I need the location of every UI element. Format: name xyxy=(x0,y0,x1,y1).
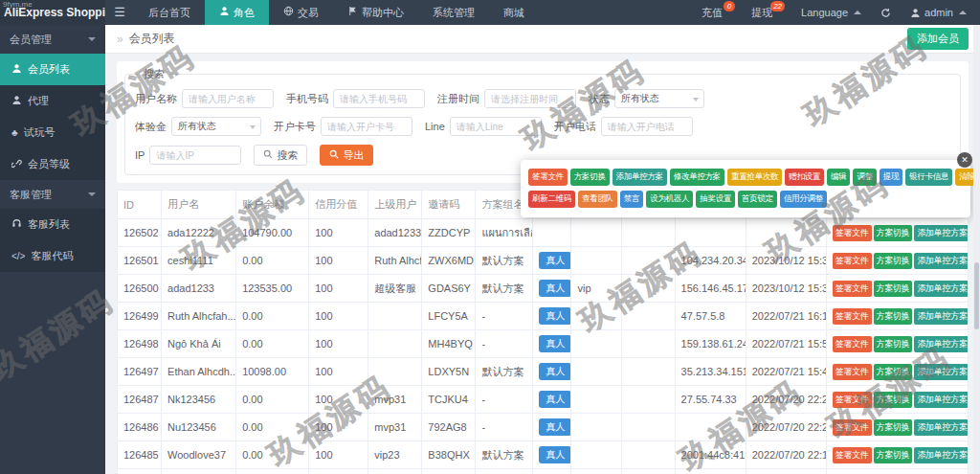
cell-check xyxy=(621,441,675,469)
popup-action-button[interactable]: 刷新二维码 xyxy=(528,191,575,208)
cell-plan: 默认方案 xyxy=(476,275,533,303)
search-field: 开户卡号 xyxy=(274,117,412,136)
row-op-button[interactable]: 添加单控方案 xyxy=(914,225,968,241)
cell-check xyxy=(621,386,675,414)
popup-action-button[interactable]: 信用分调整 xyxy=(780,191,827,208)
refresh-button[interactable] xyxy=(880,8,891,18)
popup-action-button[interactable]: 提现 xyxy=(880,169,902,186)
sidebar-item[interactable]: 会员列表 xyxy=(0,54,105,85)
row-op-button[interactable]: 方案切换 xyxy=(874,253,913,269)
row-op-button[interactable]: 方案切换 xyxy=(874,419,913,436)
sidebar-group-header[interactable]: 客服管理 xyxy=(0,180,105,209)
sidebar-item[interactable]: 会员等级 xyxy=(0,148,105,180)
search-input[interactable] xyxy=(321,117,412,136)
popup-action-button[interactable]: 调整 xyxy=(853,169,876,186)
cell-invite: LDXY5N xyxy=(422,358,476,386)
withdraw-link[interactable]: 提现 22 xyxy=(751,6,772,20)
scrollbar-thumb[interactable] xyxy=(974,262,979,329)
row-op-button[interactable]: 方案切换 xyxy=(874,364,913,380)
top-menu-item[interactable]: 商城 xyxy=(489,0,539,25)
sidebar-item[interactable]: ♣试玩号 xyxy=(0,117,105,148)
top-menu-item[interactable]: 系统管理 xyxy=(418,0,489,25)
row-op-button[interactable]: 添加单控方案 xyxy=(914,253,968,269)
cell-username: adad1233 xyxy=(162,275,236,303)
top-menu: 后台首页角色交易帮助中心系统管理商城 xyxy=(134,0,539,25)
search-select[interactable]: 所有状态 xyxy=(614,89,704,108)
close-icon[interactable]: ✕ xyxy=(957,152,972,168)
top-menu-item[interactable]: 帮助中心 xyxy=(333,0,418,25)
row-op-button[interactable]: 添加单控方案 xyxy=(914,364,968,380)
search-button[interactable]: 搜索 xyxy=(254,145,307,166)
popup-action-button[interactable]: 银行卡信息 xyxy=(905,169,952,186)
row-op-button[interactable]: 添加单控方案 xyxy=(914,281,968,297)
language-menu[interactable]: Language xyxy=(801,7,861,18)
user-menu[interactable]: admin xyxy=(910,7,967,18)
recharge-link[interactable]: 充值 0 xyxy=(702,6,723,20)
row-op-button[interactable]: 添加单控方案 xyxy=(914,447,968,463)
row-op-button[interactable]: 方案切换 xyxy=(874,336,913,352)
code-icon: </> xyxy=(11,251,25,261)
row-op-button[interactable]: 方案切换 xyxy=(874,308,913,325)
cell-status: 真人 xyxy=(533,275,571,303)
row-op-button[interactable]: 方案切换 xyxy=(874,225,913,241)
popup-action-button[interactable]: 方案切换 xyxy=(570,169,610,186)
row-op-button[interactable]: 签署文件 xyxy=(833,336,872,352)
popup-action-button[interactable]: 设为机器人 xyxy=(646,191,693,208)
popup-action-button[interactable]: 抽奖设置 xyxy=(696,191,735,208)
sidebar-group-header[interactable]: 会员管理 xyxy=(0,25,105,54)
cell-ip xyxy=(675,414,746,441)
cell-parent: adad1233 xyxy=(368,219,422,247)
search-select[interactable]: 所有状态 xyxy=(171,117,261,136)
row-op-button[interactable]: 添加单控方案 xyxy=(914,308,968,325)
row-op-button[interactable]: 签署文件 xyxy=(833,392,872,408)
cell-ip: 104.234.20.34 xyxy=(675,247,746,275)
table-row: 126498Ngô Khả Ái0.00100MH4BYQ-真人159.138.… xyxy=(118,330,969,358)
row-op-button[interactable]: 签署文件 xyxy=(833,253,872,269)
flag-icon xyxy=(347,0,358,25)
add-member-button[interactable]: 添加会员 xyxy=(907,28,969,50)
row-op-button[interactable]: 添加单控方案 xyxy=(914,392,968,408)
popup-action-button[interactable]: 赠扣设置 xyxy=(785,169,824,186)
row-op-button[interactable]: 签署文件 xyxy=(833,419,872,436)
popup-action-button[interactable]: 签署文件 xyxy=(528,169,568,186)
row-op-button[interactable]: 方案切换 xyxy=(874,281,913,297)
search-input[interactable] xyxy=(182,89,274,108)
sidebar-item[interactable]: 客服列表 xyxy=(0,209,105,240)
row-op-button[interactable]: 签署文件 xyxy=(833,225,872,241)
row-op-button[interactable]: 签署文件 xyxy=(833,308,872,325)
search-input[interactable] xyxy=(450,117,542,136)
popup-action-button[interactable]: 禁言 xyxy=(620,191,643,208)
cell-operations: 签署文件方案切换添加单控方案… xyxy=(826,275,968,303)
popup-action-button[interactable]: 添加单控方案 xyxy=(612,169,667,186)
popup-action-button[interactable]: 编辑 xyxy=(827,169,850,186)
chevron-down-icon xyxy=(88,192,96,196)
top-menu-item[interactable]: 交易 xyxy=(269,0,333,25)
row-op-button[interactable]: 添加单控方案 xyxy=(914,336,968,352)
search-input[interactable] xyxy=(333,89,425,108)
popup-action-button[interactable]: 首页锁定 xyxy=(738,191,777,208)
search-input[interactable] xyxy=(601,117,693,136)
search-input[interactable] xyxy=(484,89,576,108)
language-label: Language xyxy=(801,7,848,18)
sidebar-item[interactable]: </>客服代码 xyxy=(0,240,105,272)
sidebar-item-label: 会员等级 xyxy=(28,157,70,171)
popup-action-button[interactable]: 查看团队 xyxy=(578,191,617,208)
row-op-button[interactable]: 签署文件 xyxy=(833,364,872,380)
popup-action-button[interactable]: 重置抢单次数 xyxy=(727,169,782,186)
search-field-label: IP xyxy=(135,149,145,161)
cell-parent: vip23 xyxy=(368,441,422,469)
row-op-button[interactable]: 签署文件 xyxy=(833,281,872,297)
top-menu-item[interactable]: 后台首页 xyxy=(134,0,205,25)
row-op-button[interactable]: 添加单控方案 xyxy=(914,419,968,436)
row-op-button[interactable]: 方案切换 xyxy=(874,447,913,463)
sidebar-item[interactable]: 代理 xyxy=(0,85,105,117)
top-menu-item[interactable]: 角色 xyxy=(205,0,269,25)
sidebar-toggle-icon[interactable]: ☰ xyxy=(105,0,134,25)
page-scrollbar[interactable] xyxy=(973,25,980,474)
row-op-button[interactable]: 方案切换 xyxy=(874,392,913,408)
search-icon xyxy=(329,149,339,161)
popup-action-button[interactable]: 修改单控方案 xyxy=(670,169,724,186)
export-button[interactable]: 导出 xyxy=(320,145,373,166)
search-input[interactable] xyxy=(149,146,241,165)
row-op-button[interactable]: 签署文件 xyxy=(833,447,872,463)
